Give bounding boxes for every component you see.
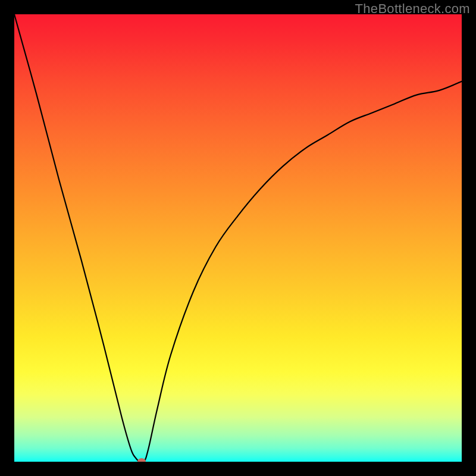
chart-frame: TheBottleneck.com — [0, 0, 476, 476]
plot-area — [14, 14, 462, 462]
minimum-marker-dot — [137, 458, 146, 462]
curve-svg — [14, 14, 462, 462]
watermark-text: TheBottleneck.com — [355, 1, 470, 17]
bottleneck-curve — [14, 14, 462, 462]
